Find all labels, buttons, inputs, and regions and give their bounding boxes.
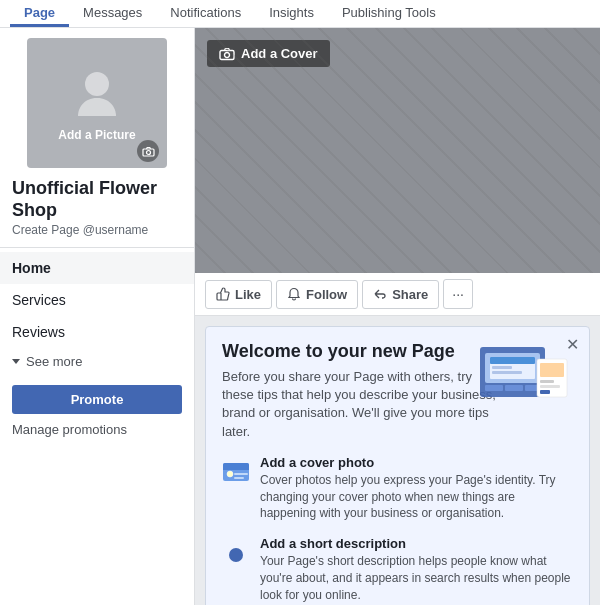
thumbs-up-icon [216,287,230,301]
page-name-block: Unofficial Flower Shop [0,178,194,221]
tip-cover-photo: Add a cover photo Cover photos help you … [222,455,573,522]
sidebar-item-home[interactable]: Home [0,252,194,284]
page-layout: Add a Picture Unofficial Flower Shop Cre… [0,28,600,605]
sidebar-item-services[interactable]: Services [0,284,194,316]
svg-rect-8 [505,385,523,391]
chevron-down-icon [12,359,20,364]
svg-rect-17 [540,385,560,388]
share-icon [373,287,387,301]
svg-point-2 [146,150,150,154]
svg-rect-11 [490,357,535,364]
add-picture-label: Add a Picture [58,128,135,142]
svg-rect-16 [540,380,554,383]
follow-button[interactable]: Follow [276,280,358,309]
page-username[interactable]: Create Page @username [0,223,194,237]
sidebar-item-reviews[interactable]: Reviews [0,316,194,348]
cover-bg-pattern [195,28,600,273]
profile-picture-area[interactable]: Add a Picture [27,38,167,168]
svg-rect-7 [485,385,503,391]
tab-publishing-tools[interactable]: Publishing Tools [328,0,450,27]
sidebar-navigation: Home Services Reviews See more [0,247,194,375]
top-navigation: Page Messages Notifications Insights Pub… [0,0,600,28]
svg-rect-12 [492,366,512,369]
tab-insights[interactable]: Insights [255,0,328,27]
bell-icon [287,287,301,301]
like-button[interactable]: Like [205,280,272,309]
tip-description-icon [222,538,250,566]
cover-photo-area: Add a Cover [195,28,600,273]
svg-rect-21 [223,467,249,470]
tab-messages[interactable]: Messages [69,0,156,27]
svg-rect-23 [234,477,244,479]
svg-rect-18 [540,390,550,394]
tip-cover-text: Add a cover photo Cover photos help you … [260,455,573,522]
tip-description-text: Add a short description Your Page's shor… [260,536,573,603]
action-bar: Like Follow Share ··· [195,273,600,316]
svg-rect-15 [540,363,564,377]
svg-point-22 [227,471,233,477]
svg-rect-24 [234,473,248,475]
manage-promotions-link[interactable]: Manage promotions [0,418,194,441]
welcome-title: Welcome to your new Page [222,341,455,362]
camera-icon [137,140,159,162]
tip-short-description: Add a short description Your Page's shor… [222,536,573,603]
main-content: Add a Cover Like Follow [195,28,600,605]
tip-cover-icon [222,457,250,485]
share-button[interactable]: Share [362,280,439,309]
page-title: Unofficial Flower Shop [12,178,182,221]
sidebar: Add a Picture Unofficial Flower Shop Cre… [0,28,195,605]
see-more-button[interactable]: See more [0,348,194,375]
profile-placeholder-icon [72,64,122,122]
welcome-panel: ✕ [205,326,590,605]
more-actions-button[interactable]: ··· [443,279,473,309]
welcome-illustration [475,339,575,414]
svg-point-0 [85,72,109,96]
tab-page[interactable]: Page [10,0,69,27]
welcome-subtitle: Before you share your Page with others, … [222,368,502,441]
svg-rect-13 [492,371,522,374]
tab-notifications[interactable]: Notifications [156,0,255,27]
promote-button[interactable]: Promote [12,385,182,414]
